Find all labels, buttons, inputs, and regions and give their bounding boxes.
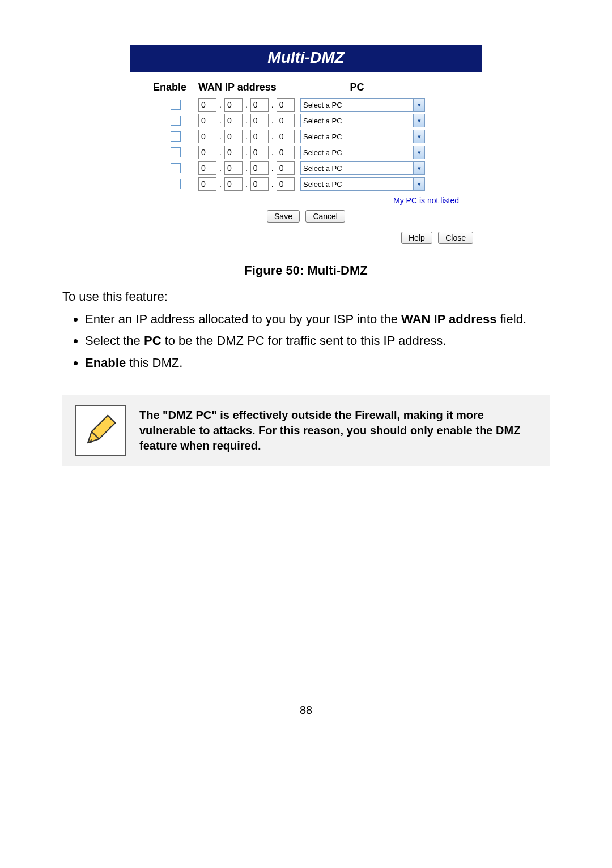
- enable-checkbox[interactable]: [171, 147, 181, 157]
- header-enable: Enable: [153, 82, 198, 93]
- ip-dot: .: [245, 100, 248, 109]
- pc-select[interactable]: Select a PC▾: [300, 161, 425, 175]
- close-button[interactable]: Close: [438, 232, 473, 244]
- ip-dot: .: [219, 116, 222, 125]
- pc-select-value: Select a PC: [303, 132, 342, 141]
- pc-select-value: Select a PC: [303, 101, 342, 109]
- chevron-down-icon[interactable]: ▾: [413, 178, 424, 190]
- ip-octet-input[interactable]: [250, 114, 269, 127]
- warning-text: The "DMZ PC" is effectively outside the …: [139, 408, 537, 454]
- ip-octet-input[interactable]: [277, 130, 295, 143]
- intro-text: To use this feature:: [62, 288, 550, 305]
- ip-dot: .: [271, 179, 274, 189]
- ip-octet-input[interactable]: [224, 177, 243, 191]
- ip-octet-input[interactable]: [250, 161, 269, 175]
- pc-select-value: Select a PC: [303, 148, 342, 157]
- dmz-row: ...Select a PC▾: [153, 160, 459, 176]
- ip-octet-input[interactable]: [198, 130, 216, 143]
- pc-not-listed-link[interactable]: My PC is not listed: [393, 196, 459, 205]
- instruction-list: Enter an IP address allocated to you by …: [62, 311, 550, 372]
- ip-octet-input[interactable]: [250, 98, 269, 112]
- ip-octet-input[interactable]: [198, 114, 216, 127]
- pc-select-value: Select a PC: [303, 164, 342, 173]
- ip-dot: .: [219, 148, 222, 157]
- ip-octet-input[interactable]: [198, 146, 216, 159]
- dmz-table: Enable WAN IP address PC ...Select a PC▾…: [130, 72, 482, 192]
- ip-octet-input[interactable]: [224, 114, 243, 127]
- ip-dot: .: [271, 132, 274, 141]
- figure-caption: Figure 50: Multi-DMZ: [62, 263, 550, 278]
- pc-select[interactable]: Select a PC▾: [300, 98, 425, 112]
- instruction-item: Enable this DMZ.: [85, 354, 550, 372]
- ip-dot: .: [219, 132, 222, 141]
- enable-checkbox[interactable]: [171, 179, 181, 189]
- pc-select-value: Select a PC: [303, 117, 342, 125]
- ip-octet-input[interactable]: [198, 177, 216, 191]
- ip-dot: .: [245, 179, 248, 189]
- pc-select[interactable]: Select a PC▾: [300, 146, 425, 159]
- ip-octet-input[interactable]: [224, 161, 243, 175]
- help-button[interactable]: Help: [401, 232, 432, 244]
- dmz-row: ...Select a PC▾: [153, 97, 459, 113]
- chevron-down-icon[interactable]: ▾: [413, 130, 424, 143]
- ip-dot: .: [271, 164, 274, 173]
- instruction-item: Enter an IP address allocated to you by …: [85, 311, 550, 328]
- ip-dot: .: [219, 100, 222, 109]
- cancel-button[interactable]: Cancel: [305, 210, 345, 223]
- ip-octet-input[interactable]: [224, 98, 243, 112]
- chevron-down-icon[interactable]: ▾: [413, 114, 424, 127]
- ip-dot: .: [245, 164, 248, 173]
- pc-select[interactable]: Select a PC▾: [300, 114, 425, 127]
- pc-select[interactable]: Select a PC▾: [300, 130, 425, 143]
- ip-octet-input[interactable]: [277, 177, 295, 191]
- header-wan: WAN IP address: [198, 82, 300, 93]
- chevron-down-icon[interactable]: ▾: [413, 146, 424, 159]
- ip-dot: .: [245, 116, 248, 125]
- ip-dot: .: [271, 116, 274, 125]
- ip-octet-input[interactable]: [277, 161, 295, 175]
- ip-dot: .: [219, 164, 222, 173]
- enable-checkbox[interactable]: [171, 163, 181, 173]
- enable-checkbox[interactable]: [171, 100, 181, 110]
- panel-title: Multi-DMZ: [130, 45, 482, 72]
- dmz-row: ...Select a PC▾: [153, 113, 459, 129]
- ip-octet-input[interactable]: [250, 146, 269, 159]
- multi-dmz-panel: Multi-DMZ Enable WAN IP address PC ...Se…: [130, 45, 482, 246]
- ip-octet-input[interactable]: [198, 161, 216, 175]
- header-pc: PC: [300, 82, 414, 93]
- ip-octet-input[interactable]: [277, 146, 295, 159]
- dmz-row: ...Select a PC▾: [153, 144, 459, 160]
- enable-checkbox[interactable]: [171, 116, 181, 126]
- ip-dot: .: [271, 148, 274, 157]
- ip-octet-input[interactable]: [250, 130, 269, 143]
- instruction-item: Select the PC to be the DMZ PC for traff…: [85, 332, 550, 350]
- chevron-down-icon[interactable]: ▾: [413, 99, 424, 111]
- warning-note: The "DMZ PC" is effectively outside the …: [62, 395, 550, 466]
- ip-dot: .: [245, 148, 248, 157]
- ip-octet-input[interactable]: [277, 114, 295, 127]
- ip-dot: .: [245, 132, 248, 141]
- header-row: Enable WAN IP address PC: [153, 78, 459, 97]
- dmz-row: ...Select a PC▾: [153, 176, 459, 192]
- save-button[interactable]: Save: [267, 210, 300, 223]
- ip-octet-input[interactable]: [224, 146, 243, 159]
- ip-octet-input[interactable]: [250, 177, 269, 191]
- ip-dot: .: [219, 179, 222, 189]
- page-number: 88: [62, 704, 550, 717]
- ip-dot: .: [271, 100, 274, 109]
- chevron-down-icon[interactable]: ▾: [413, 162, 424, 174]
- pc-select[interactable]: Select a PC▾: [300, 177, 425, 191]
- ip-octet-input[interactable]: [277, 98, 295, 112]
- pencil-note-icon: [75, 405, 126, 456]
- ip-octet-input[interactable]: [224, 130, 243, 143]
- pc-select-value: Select a PC: [303, 180, 342, 189]
- enable-checkbox[interactable]: [171, 131, 181, 142]
- ip-octet-input[interactable]: [198, 98, 216, 112]
- dmz-row: ...Select a PC▾: [153, 129, 459, 144]
